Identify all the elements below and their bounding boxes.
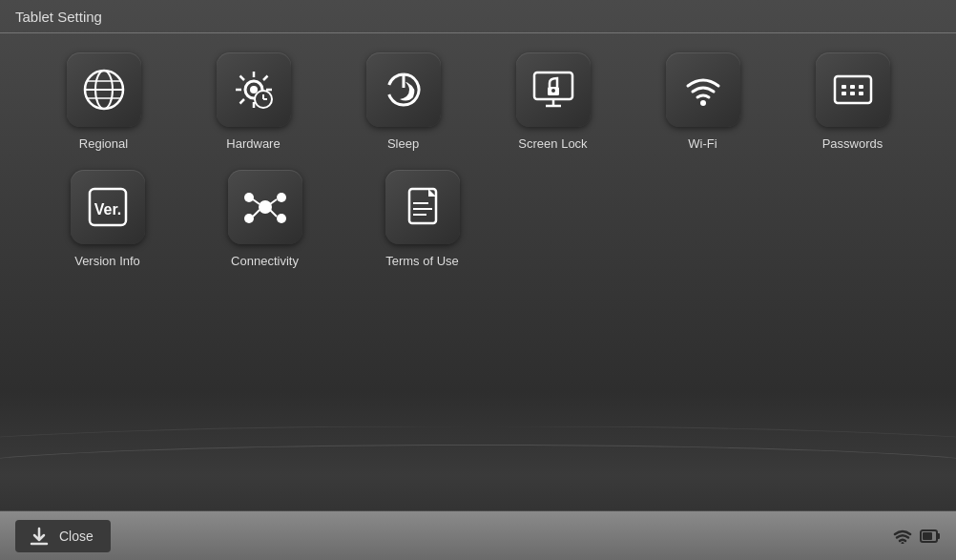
svg-point-23 — [551, 89, 555, 93]
close-icon — [29, 526, 50, 547]
version-info-label: Version Info — [74, 254, 140, 268]
svg-point-24 — [700, 100, 706, 106]
hardware-icon-box — [217, 52, 291, 127]
status-icons — [893, 529, 941, 544]
sleep-icon-box — [366, 52, 441, 127]
wifi-icon-box — [666, 52, 740, 127]
hardware-label: Hardware — [226, 136, 280, 151]
svg-line-39 — [253, 199, 260, 204]
wifi-button[interactable]: Wi-Fi — [628, 52, 778, 151]
connectivity-icon-box — [228, 170, 302, 244]
hardware-button[interactable]: Hardware — [178, 52, 328, 151]
bottom-bar: Close — [0, 510, 956, 560]
svg-rect-30 — [850, 92, 855, 95]
svg-line-13 — [263, 76, 268, 81]
main-content: Regional — [0, 33, 956, 510]
svg-point-34 — [259, 200, 272, 214]
terms-icon-box — [385, 170, 460, 244]
passwords-button[interactable]: Passwords — [778, 52, 927, 151]
version-info-icon-box: Ver. — [71, 170, 145, 244]
svg-point-48 — [902, 542, 904, 544]
passwords-icon — [830, 67, 876, 113]
terms-of-use-label: Terms of Use — [385, 254, 459, 268]
screen-lock-icon-box — [516, 52, 591, 127]
wifi-status-icon — [893, 529, 912, 544]
page-title: Tablet Setting — [15, 9, 102, 25]
svg-rect-50 — [937, 533, 940, 539]
screen-lock-button[interactable]: Screen Lock — [478, 52, 628, 151]
wifi-icon — [680, 67, 726, 113]
terms-icon — [400, 184, 446, 230]
regional-label: Regional — [79, 136, 128, 151]
passwords-label: Passwords — [822, 136, 883, 151]
svg-point-6 — [250, 86, 258, 93]
svg-point-38 — [277, 214, 286, 223]
svg-text:Ver.: Ver. — [94, 201, 120, 218]
svg-rect-25 — [835, 76, 871, 103]
svg-point-35 — [244, 193, 254, 202]
svg-rect-28 — [859, 85, 863, 89]
svg-point-36 — [277, 193, 286, 202]
svg-rect-51 — [923, 532, 932, 540]
terms-of-use-button[interactable]: Terms of Use — [343, 170, 501, 268]
regional-icon-box — [67, 52, 141, 127]
wifi-label: Wi-Fi — [688, 136, 717, 151]
battery-status-icon — [920, 529, 941, 544]
sleep-button[interactable]: Sleep — [328, 52, 478, 151]
hardware-icon — [231, 67, 277, 113]
screen-lock-icon — [530, 67, 576, 113]
regional-button[interactable]: Regional — [29, 52, 178, 151]
svg-rect-26 — [842, 85, 846, 89]
svg-line-41 — [253, 210, 260, 217]
globe-icon — [82, 68, 126, 112]
version-icon: Ver. — [85, 184, 131, 230]
svg-line-40 — [270, 199, 277, 204]
svg-rect-27 — [850, 85, 855, 89]
icon-row-2: Ver. Version Info — [29, 170, 927, 268]
svg-line-14 — [239, 99, 244, 104]
svg-line-42 — [270, 210, 277, 217]
title-bar: Tablet Setting — [0, 0, 956, 33]
close-label: Close — [59, 529, 94, 544]
close-button[interactable]: Close — [15, 520, 111, 552]
sleep-label: Sleep — [387, 136, 419, 151]
svg-line-11 — [239, 76, 244, 81]
version-info-button[interactable]: Ver. Version Info — [29, 170, 186, 268]
passwords-icon-box — [816, 52, 890, 127]
connectivity-label: Connectivity — [231, 254, 299, 268]
screen-lock-label: Screen Lock — [518, 136, 587, 151]
svg-point-37 — [244, 214, 254, 223]
svg-rect-29 — [842, 92, 846, 95]
connectivity-button[interactable]: Connectivity — [186, 170, 343, 268]
sleep-icon — [381, 67, 426, 113]
svg-rect-31 — [859, 92, 863, 95]
connectivity-icon — [242, 184, 288, 230]
icon-row-1: Regional — [29, 52, 927, 151]
